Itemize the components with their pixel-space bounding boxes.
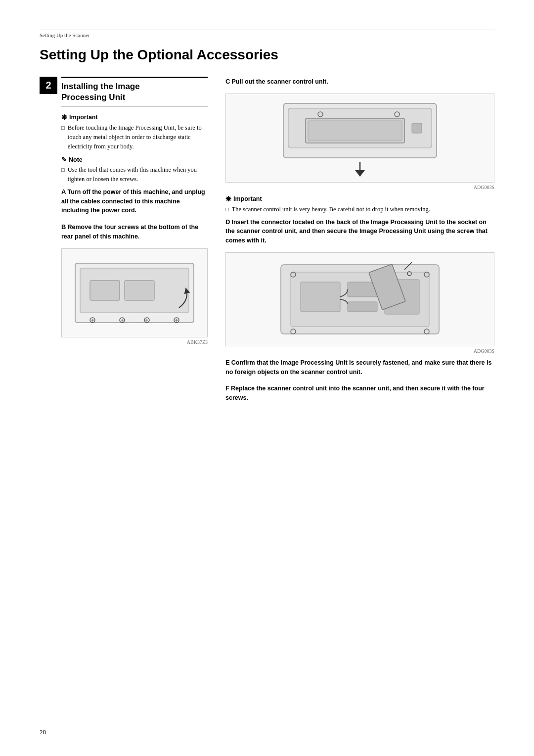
chapter-badge: 2 [40,77,57,94]
two-column-layout: 2 Installing the Image Processing Unit I… [40,77,494,410]
scanner-pullout-image [225,94,494,183]
svg-rect-2 [90,281,120,300]
img3-caption: ADG003S [225,348,494,354]
left-col-inner: 2 Installing the Image Processing Unit I… [40,77,208,345]
step-a: A Turn off the power of this machine, an… [61,187,208,215]
scanner-rear-svg [65,253,204,332]
right-column: C Pull out the scanner control unit. [225,77,494,410]
important-text-1: Before touching the Image Processing Uni… [61,123,208,151]
note-text: Use the tool that comes with this machin… [61,165,208,184]
ipu-install-svg [276,255,444,344]
svg-rect-3 [125,281,154,300]
svg-rect-22 [412,123,422,133]
left-column: 2 Installing the Image Processing Unit I… [40,77,208,349]
step-f: F Replace the scanner control unit into … [225,383,494,403]
page-number: 28 [40,728,46,736]
note-label: Note [61,156,208,163]
important-text-2: The scanner control unit is very heavy. … [225,205,494,214]
page-title: Setting Up the Optional Accessories [40,47,494,63]
svg-rect-27 [301,282,340,312]
section-title: Installing the Image Processing Unit [61,81,208,103]
section-header: Installing the Image Processing Unit [61,77,208,106]
svg-rect-19 [308,121,402,141]
ipu-install-image [225,252,494,346]
scanner-rear-image [61,248,208,337]
step-d: D Insert the connector located on the ba… [225,217,494,245]
img2-caption: ADG003S [225,185,494,190]
scanner-pullout-svg [276,98,444,178]
step-b: B Remove the four screws at the bottom o… [61,222,208,241]
breadcrumb: Setting Up the Scanner [40,32,494,38]
step-c: C Pull out the scanner control unit. [225,77,494,87]
top-rule [40,30,494,30]
img1-caption: ABK37Z3 [61,339,208,345]
svg-rect-29 [348,302,377,312]
step-e: E Confirm that the Image Processing Unit… [225,358,494,377]
svg-marker-24 [355,170,365,177]
important-label-1: Important [61,113,208,121]
important-label-2: Important [225,195,494,203]
